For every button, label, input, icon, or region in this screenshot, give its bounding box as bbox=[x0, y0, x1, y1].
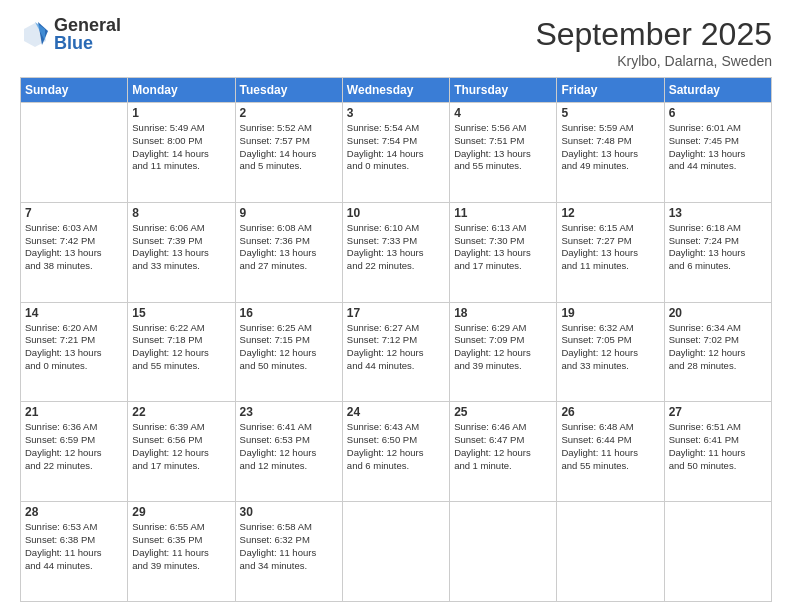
day-number: 5 bbox=[561, 106, 659, 120]
day-info: Sunrise: 5:54 AM Sunset: 7:54 PM Dayligh… bbox=[347, 122, 445, 173]
day-number: 18 bbox=[454, 306, 552, 320]
day-number: 28 bbox=[25, 505, 123, 519]
calendar-cell bbox=[342, 502, 449, 602]
day-number: 19 bbox=[561, 306, 659, 320]
calendar-cell: 20Sunrise: 6:34 AM Sunset: 7:02 PM Dayli… bbox=[664, 302, 771, 402]
calendar-cell: 25Sunrise: 6:46 AM Sunset: 6:47 PM Dayli… bbox=[450, 402, 557, 502]
calendar-cell: 8Sunrise: 6:06 AM Sunset: 7:39 PM Daylig… bbox=[128, 202, 235, 302]
day-info: Sunrise: 6:39 AM Sunset: 6:56 PM Dayligh… bbox=[132, 421, 230, 472]
calendar-cell: 29Sunrise: 6:55 AM Sunset: 6:35 PM Dayli… bbox=[128, 502, 235, 602]
calendar-cell: 9Sunrise: 6:08 AM Sunset: 7:36 PM Daylig… bbox=[235, 202, 342, 302]
calendar-cell: 15Sunrise: 6:22 AM Sunset: 7:18 PM Dayli… bbox=[128, 302, 235, 402]
day-number: 3 bbox=[347, 106, 445, 120]
day-info: Sunrise: 6:27 AM Sunset: 7:12 PM Dayligh… bbox=[347, 322, 445, 373]
day-number: 1 bbox=[132, 106, 230, 120]
col-thursday: Thursday bbox=[450, 78, 557, 103]
day-info: Sunrise: 5:49 AM Sunset: 8:00 PM Dayligh… bbox=[132, 122, 230, 173]
day-info: Sunrise: 6:32 AM Sunset: 7:05 PM Dayligh… bbox=[561, 322, 659, 373]
day-info: Sunrise: 6:34 AM Sunset: 7:02 PM Dayligh… bbox=[669, 322, 767, 373]
calendar-cell: 24Sunrise: 6:43 AM Sunset: 6:50 PM Dayli… bbox=[342, 402, 449, 502]
day-number: 29 bbox=[132, 505, 230, 519]
day-number: 16 bbox=[240, 306, 338, 320]
logo: General Blue bbox=[20, 16, 121, 52]
day-info: Sunrise: 6:13 AM Sunset: 7:30 PM Dayligh… bbox=[454, 222, 552, 273]
page: General Blue September 2025 Krylbo, Dala… bbox=[0, 0, 792, 612]
day-info: Sunrise: 6:43 AM Sunset: 6:50 PM Dayligh… bbox=[347, 421, 445, 472]
day-info: Sunrise: 6:53 AM Sunset: 6:38 PM Dayligh… bbox=[25, 521, 123, 572]
calendar-cell: 10Sunrise: 6:10 AM Sunset: 7:33 PM Dayli… bbox=[342, 202, 449, 302]
calendar-week-2: 14Sunrise: 6:20 AM Sunset: 7:21 PM Dayli… bbox=[21, 302, 772, 402]
calendar-cell bbox=[450, 502, 557, 602]
day-number: 14 bbox=[25, 306, 123, 320]
day-number: 2 bbox=[240, 106, 338, 120]
day-info: Sunrise: 6:15 AM Sunset: 7:27 PM Dayligh… bbox=[561, 222, 659, 273]
day-info: Sunrise: 6:51 AM Sunset: 6:41 PM Dayligh… bbox=[669, 421, 767, 472]
day-number: 13 bbox=[669, 206, 767, 220]
calendar-cell bbox=[557, 502, 664, 602]
calendar-cell: 2Sunrise: 5:52 AM Sunset: 7:57 PM Daylig… bbox=[235, 103, 342, 203]
day-info: Sunrise: 6:10 AM Sunset: 7:33 PM Dayligh… bbox=[347, 222, 445, 273]
day-number: 8 bbox=[132, 206, 230, 220]
calendar-cell bbox=[664, 502, 771, 602]
day-info: Sunrise: 6:01 AM Sunset: 7:45 PM Dayligh… bbox=[669, 122, 767, 173]
calendar-cell: 23Sunrise: 6:41 AM Sunset: 6:53 PM Dayli… bbox=[235, 402, 342, 502]
day-number: 11 bbox=[454, 206, 552, 220]
calendar-cell: 7Sunrise: 6:03 AM Sunset: 7:42 PM Daylig… bbox=[21, 202, 128, 302]
day-info: Sunrise: 6:18 AM Sunset: 7:24 PM Dayligh… bbox=[669, 222, 767, 273]
title-block: September 2025 Krylbo, Dalarna, Sweden bbox=[535, 16, 772, 69]
calendar-cell: 1Sunrise: 5:49 AM Sunset: 8:00 PM Daylig… bbox=[128, 103, 235, 203]
day-info: Sunrise: 6:36 AM Sunset: 6:59 PM Dayligh… bbox=[25, 421, 123, 472]
day-info: Sunrise: 6:29 AM Sunset: 7:09 PM Dayligh… bbox=[454, 322, 552, 373]
day-number: 22 bbox=[132, 405, 230, 419]
calendar-cell: 30Sunrise: 6:58 AM Sunset: 6:32 PM Dayli… bbox=[235, 502, 342, 602]
day-info: Sunrise: 6:08 AM Sunset: 7:36 PM Dayligh… bbox=[240, 222, 338, 273]
calendar-cell: 18Sunrise: 6:29 AM Sunset: 7:09 PM Dayli… bbox=[450, 302, 557, 402]
calendar-table: Sunday Monday Tuesday Wednesday Thursday… bbox=[20, 77, 772, 602]
calendar-week-0: 1Sunrise: 5:49 AM Sunset: 8:00 PM Daylig… bbox=[21, 103, 772, 203]
col-friday: Friday bbox=[557, 78, 664, 103]
day-info: Sunrise: 6:41 AM Sunset: 6:53 PM Dayligh… bbox=[240, 421, 338, 472]
day-number: 27 bbox=[669, 405, 767, 419]
calendar-cell: 16Sunrise: 6:25 AM Sunset: 7:15 PM Dayli… bbox=[235, 302, 342, 402]
calendar-cell: 21Sunrise: 6:36 AM Sunset: 6:59 PM Dayli… bbox=[21, 402, 128, 502]
logo-text: General Blue bbox=[54, 16, 121, 52]
calendar-cell: 17Sunrise: 6:27 AM Sunset: 7:12 PM Dayli… bbox=[342, 302, 449, 402]
calendar-week-1: 7Sunrise: 6:03 AM Sunset: 7:42 PM Daylig… bbox=[21, 202, 772, 302]
day-number: 6 bbox=[669, 106, 767, 120]
day-number: 17 bbox=[347, 306, 445, 320]
header: General Blue September 2025 Krylbo, Dala… bbox=[20, 16, 772, 69]
day-info: Sunrise: 6:55 AM Sunset: 6:35 PM Dayligh… bbox=[132, 521, 230, 572]
col-sunday: Sunday bbox=[21, 78, 128, 103]
calendar-cell bbox=[21, 103, 128, 203]
calendar-cell: 11Sunrise: 6:13 AM Sunset: 7:30 PM Dayli… bbox=[450, 202, 557, 302]
day-info: Sunrise: 6:46 AM Sunset: 6:47 PM Dayligh… bbox=[454, 421, 552, 472]
calendar-week-4: 28Sunrise: 6:53 AM Sunset: 6:38 PM Dayli… bbox=[21, 502, 772, 602]
calendar-week-3: 21Sunrise: 6:36 AM Sunset: 6:59 PM Dayli… bbox=[21, 402, 772, 502]
day-info: Sunrise: 6:20 AM Sunset: 7:21 PM Dayligh… bbox=[25, 322, 123, 373]
day-info: Sunrise: 6:03 AM Sunset: 7:42 PM Dayligh… bbox=[25, 222, 123, 273]
calendar-cell: 3Sunrise: 5:54 AM Sunset: 7:54 PM Daylig… bbox=[342, 103, 449, 203]
header-row: Sunday Monday Tuesday Wednesday Thursday… bbox=[21, 78, 772, 103]
col-tuesday: Tuesday bbox=[235, 78, 342, 103]
calendar-cell: 13Sunrise: 6:18 AM Sunset: 7:24 PM Dayli… bbox=[664, 202, 771, 302]
day-number: 4 bbox=[454, 106, 552, 120]
day-info: Sunrise: 6:06 AM Sunset: 7:39 PM Dayligh… bbox=[132, 222, 230, 273]
day-info: Sunrise: 5:52 AM Sunset: 7:57 PM Dayligh… bbox=[240, 122, 338, 173]
col-monday: Monday bbox=[128, 78, 235, 103]
location-subtitle: Krylbo, Dalarna, Sweden bbox=[535, 53, 772, 69]
calendar-cell: 28Sunrise: 6:53 AM Sunset: 6:38 PM Dayli… bbox=[21, 502, 128, 602]
calendar-cell: 12Sunrise: 6:15 AM Sunset: 7:27 PM Dayli… bbox=[557, 202, 664, 302]
day-info: Sunrise: 6:58 AM Sunset: 6:32 PM Dayligh… bbox=[240, 521, 338, 572]
calendar-header: Sunday Monday Tuesday Wednesday Thursday… bbox=[21, 78, 772, 103]
day-info: Sunrise: 5:59 AM Sunset: 7:48 PM Dayligh… bbox=[561, 122, 659, 173]
day-info: Sunrise: 6:48 AM Sunset: 6:44 PM Dayligh… bbox=[561, 421, 659, 472]
day-number: 7 bbox=[25, 206, 123, 220]
col-saturday: Saturday bbox=[664, 78, 771, 103]
day-number: 26 bbox=[561, 405, 659, 419]
month-title: September 2025 bbox=[535, 16, 772, 53]
calendar-cell: 26Sunrise: 6:48 AM Sunset: 6:44 PM Dayli… bbox=[557, 402, 664, 502]
calendar-cell: 6Sunrise: 6:01 AM Sunset: 7:45 PM Daylig… bbox=[664, 103, 771, 203]
calendar-cell: 27Sunrise: 6:51 AM Sunset: 6:41 PM Dayli… bbox=[664, 402, 771, 502]
calendar-cell: 5Sunrise: 5:59 AM Sunset: 7:48 PM Daylig… bbox=[557, 103, 664, 203]
col-wednesday: Wednesday bbox=[342, 78, 449, 103]
